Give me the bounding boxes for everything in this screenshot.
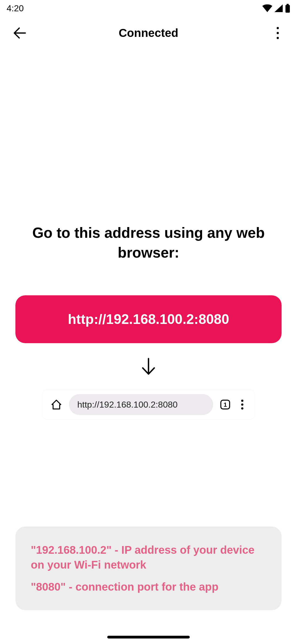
info-box: "192.168.100.2" - IP address of your dev…: [15, 526, 282, 610]
battery-icon: [285, 4, 290, 13]
more-options-button[interactable]: [270, 25, 286, 41]
app-header: Connected: [0, 17, 297, 50]
cellular-icon: [274, 4, 283, 12]
home-icon: [51, 399, 62, 410]
arrow-down-indicator: [139, 357, 158, 376]
wifi-icon: [262, 4, 272, 12]
page-title: Connected: [119, 26, 178, 40]
svg-point-4: [277, 37, 279, 39]
browser-mockup: http://192.168.100.2:8080 1: [43, 390, 254, 419]
url-address-button[interactable]: http://192.168.100.2:8080: [15, 295, 282, 343]
info-ip-text: "192.168.100.2" - IP address of your dev…: [31, 542, 266, 572]
status-icons: [262, 4, 290, 13]
status-time: 4:20: [7, 3, 24, 13]
svg-point-2: [277, 27, 279, 29]
svg-rect-1: [287, 4, 289, 5]
more-vertical-icon: [241, 399, 244, 410]
svg-point-3: [277, 32, 279, 34]
back-button[interactable]: [11, 25, 28, 41]
svg-text:1: 1: [224, 401, 227, 408]
browser-tabs-icon: 1: [219, 399, 231, 411]
more-vertical-icon: [276, 26, 279, 40]
svg-point-8: [241, 403, 243, 406]
instruction-text: Go to this address using any web browser…: [28, 223, 270, 262]
main-content: Go to this address using any web browser…: [0, 50, 297, 610]
browser-more-icon: [237, 399, 247, 411]
info-port-text: "8080" - connection port for the app: [31, 579, 266, 594]
status-bar: 4:20: [0, 0, 297, 17]
svg-point-7: [241, 400, 243, 402]
nav-bar-indicator: [107, 636, 190, 638]
browser-url-field: http://192.168.100.2:8080: [69, 394, 213, 415]
arrow-down-icon: [139, 357, 158, 376]
svg-rect-0: [285, 5, 290, 13]
svg-point-9: [241, 407, 243, 410]
tabs-count-icon: 1: [220, 399, 231, 410]
arrow-left-icon: [12, 26, 26, 40]
browser-home-icon: [50, 398, 63, 411]
